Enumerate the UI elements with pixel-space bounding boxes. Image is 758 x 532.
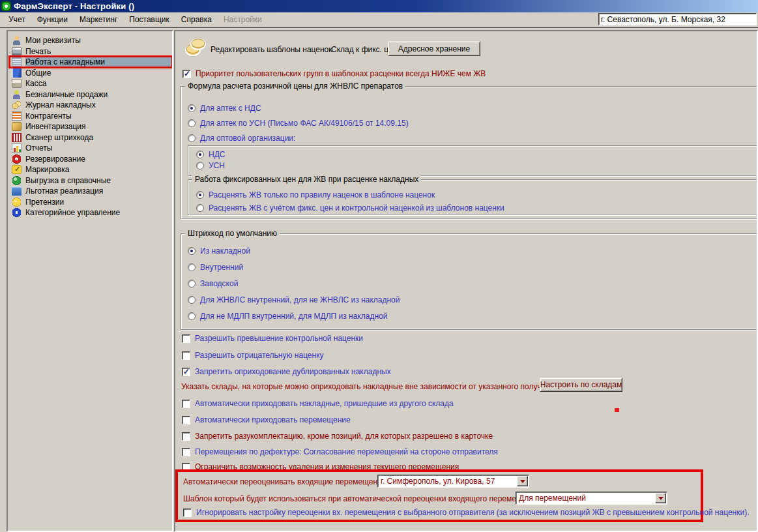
radio-label: Для не МДЛП внутренний, для МДЛП из накл…	[200, 312, 387, 321]
sidebar-item-label: Льготная реализация	[25, 186, 172, 196]
sidebar-item-label: Выгрузка в справочные	[25, 176, 172, 185]
pharmacy-address-input[interactable]: г. Севастополь, ул. Б. Морская, 32	[598, 13, 757, 25]
radio-apteki-nds[interactable]: Для аптек с НДС	[188, 104, 261, 113]
radio-button[interactable]	[188, 312, 196, 320]
privileged-sales-doc-icon	[12, 186, 22, 196]
cash-register-icon	[12, 79, 22, 88]
sidebar-item-inventarizaciya[interactable]: Инвентаризация	[10, 121, 172, 132]
chevron-down-icon	[520, 480, 525, 483]
checkbox-label: Автоматически приходовать накладные, при…	[195, 399, 454, 408]
cb-peremeshcheniya-defektura[interactable]: Перемещения по дефектуре: Согласование п…	[182, 447, 498, 456]
radio-iz-nakladnoy[interactable]: Из накладной	[188, 246, 250, 256]
menu-funkcii[interactable]: Функции	[31, 14, 74, 25]
address-storage-button[interactable]: Адресное хранение	[388, 41, 480, 56]
sidebar-item-kontragenty[interactable]: Контрагенты	[10, 111, 172, 121]
cb-avto-prikhod-nakladnye[interactable]: Автоматически приходовать накладные, при…	[182, 399, 454, 408]
sidebar-item-label: Мои реквизиты	[25, 36, 172, 45]
contractors-list-icon	[12, 111, 22, 121]
sidebar-item-rabota-s-nakladnymi[interactable]: Работа с накладными	[10, 57, 172, 67]
radio-label: УСН	[209, 161, 225, 170]
claims-smiley-icon	[12, 198, 22, 207]
checkbox[interactable]	[182, 368, 190, 376]
radio-vnutrenniy[interactable]: Внутренний	[188, 263, 243, 272]
sidebar-item-skaner-shtrikhkoda[interactable]: Сканер штрихкода	[10, 132, 172, 143]
configure-warehouses-button[interactable]: Настроить по складам	[540, 377, 622, 392]
checkbox[interactable]	[182, 448, 190, 456]
checkbox[interactable]	[182, 416, 190, 424]
cb-otricatelnaya-nacenka[interactable]: Разрешить отрицательную наценку	[182, 351, 324, 360]
category-management-icon	[12, 208, 22, 217]
radio-button[interactable]	[188, 104, 196, 112]
sidebar-item-label: Отчеты	[25, 143, 172, 153]
checkbox[interactable]	[182, 432, 190, 441]
combobox-value: г. Симферополь, ул. Кирова, 57	[378, 476, 516, 486]
sidebar-item-beznalichnye-prodazhi[interactable]: Безналичные продажи	[10, 89, 172, 100]
chevron-down-icon	[658, 497, 663, 500]
sidebar-item-markirovka[interactable]: Маркировка	[10, 164, 172, 175]
radio-mdlp-vnutrenniy[interactable]: Для не МДЛП внутренний, для МДЛП из накл…	[188, 312, 387, 321]
radio-button[interactable]	[196, 191, 204, 199]
radio-label: Расценять ЖВ с учётом фикс. цен и контро…	[209, 203, 504, 213]
radio-nds[interactable]: НДС	[196, 150, 225, 159]
export-globe-icon	[12, 176, 22, 185]
sidebar-item-label: Печать	[25, 47, 172, 56]
radio-zhv-pravilo-nacenok[interactable]: Расценять ЖВ только по правилу наценок в…	[196, 190, 435, 200]
checkbox-label: Запретить оприходование дублированных на…	[195, 367, 391, 376]
sidebar-item-rezervirovanie[interactable]: Резервирование	[10, 154, 172, 164]
radio-optovaya-organizaciya[interactable]: Для оптовой организации:	[188, 134, 295, 143]
menu-spravka[interactable]: Справка	[175, 14, 218, 25]
radio-zavodskoy[interactable]: Заводской	[188, 279, 238, 288]
cb-zapret-dublirovannykh[interactable]: Запретить оприходование дублированных на…	[182, 367, 391, 376]
combobox-dropdown-button[interactable]	[517, 476, 528, 486]
priority-checkbox-row[interactable]: Приоритет пользовательских групп в шабло…	[182, 69, 486, 78]
sidebar-item-obshchie[interactable]: Общие	[10, 68, 172, 78]
cb-zapret-razukomplektaciyu[interactable]: Запретить разукомплектацию, кроме позици…	[182, 432, 493, 441]
sidebar-item-zhurnal-nakladnykh[interactable]: Журнал накладных	[10, 100, 172, 110]
revaluation-source-combobox[interactable]: г. Симферополь, ул. Кирова, 57	[377, 475, 529, 488]
checkbox[interactable]	[182, 334, 190, 343]
combobox-value: Для перемещений	[516, 493, 654, 503]
menu-uchet[interactable]: Учет	[3, 14, 31, 25]
cb-prevyshenie-nacenki[interactable]: Разрешить превышение контрольной наценки	[182, 334, 363, 343]
radio-zhv-fiks-ceny[interactable]: Расценять ЖВ с учётом фикс. цен и контро…	[196, 203, 504, 213]
sidebar-item-pretenzii[interactable]: Претензии	[10, 197, 172, 207]
radio-button[interactable]	[188, 296, 196, 304]
combobox-dropdown-button[interactable]	[655, 493, 666, 503]
sidebar-item-lgotnaya-realizaciya[interactable]: Льготная реализация	[10, 186, 172, 196]
sidebar-item-otchety[interactable]: Отчеты	[10, 143, 172, 153]
checkbox[interactable]	[182, 351, 190, 360]
priority-checkbox[interactable]	[182, 70, 191, 78]
app-logo-icon	[1, 1, 11, 11]
sidebar-item-kategoriynoe-upravlenie[interactable]: Категорийное управление	[10, 207, 172, 218]
radio-button[interactable]	[188, 134, 196, 142]
radio-button[interactable]	[188, 247, 196, 255]
cashless-sales-icon	[12, 90, 22, 99]
radio-button[interactable]	[196, 162, 204, 170]
menu-postavshchik[interactable]: Поставщик	[123, 14, 175, 25]
priority-checkbox-label: Приоритет пользовательских групп в шабло…	[196, 69, 486, 78]
cb-avto-prikhod-peremeshchenie[interactable]: Автоматически приходовать перемещение	[182, 415, 351, 424]
sidebar-item-moi-rekvizity[interactable]: Мои реквизиты	[10, 35, 172, 46]
radio-apteki-usn[interactable]: Для аптек по УСН (Письмо ФАС АК/49106/15…	[188, 119, 409, 128]
checkbox[interactable]	[183, 509, 192, 517]
radio-button[interactable]	[188, 280, 196, 288]
revaluation-template-combobox[interactable]: Для перемещений	[516, 492, 667, 505]
edit-markup-templates-link[interactable]: Редактировать шаблоны наценок	[211, 45, 332, 54]
settings-main-panel: Редактировать шаблоны наценок Склад к фи…	[174, 30, 758, 532]
sidebar-item-label: Общие	[25, 68, 172, 78]
radio-button[interactable]	[188, 119, 196, 127]
radio-usn[interactable]: УСН	[196, 161, 225, 170]
radio-button[interactable]	[188, 263, 196, 271]
menu-marketing[interactable]: Маркетинг	[74, 14, 123, 25]
cb-ignorirovat-pereocenku[interactable]: Игнорировать настройку переоценки вх. пе…	[183, 508, 749, 517]
sidebar-item-pechat[interactable]: Печать	[10, 46, 172, 57]
sidebar-item-vygruzka-v-spravochnye[interactable]: Выгрузка в справочные	[10, 175, 172, 186]
checkbox[interactable]	[182, 400, 190, 408]
barcode-scanner-icon	[12, 133, 22, 142]
radio-zhnvls-vnutrenniy[interactable]: Для ЖНВЛС внутренний, для не ЖНВЛС из на…	[188, 295, 400, 304]
reports-chart-icon	[12, 143, 22, 153]
radio-button[interactable]	[196, 151, 204, 158]
sidebar-item-kassa[interactable]: Касса	[10, 78, 172, 89]
radio-button[interactable]	[196, 204, 204, 212]
journal-coins-icon	[12, 100, 22, 110]
